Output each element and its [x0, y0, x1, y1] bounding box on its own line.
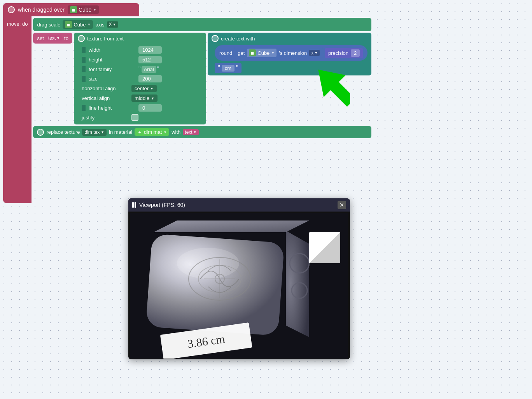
open-quote: " [138, 66, 141, 73]
h-align-chevron: ▼ [150, 87, 154, 91]
texture-from-text-label: texture from text [87, 36, 124, 42]
cm-open-quote: " [218, 65, 220, 72]
viewport-render: 3.86 cm [130, 213, 348, 359]
width-input[interactable]: 1024 [138, 46, 162, 54]
dim-tex-val: dim tex [84, 130, 100, 135]
dim-mat-badge[interactable]: + dim mat ▼ [135, 128, 169, 136]
font-family-val[interactable]: Arial [142, 66, 156, 73]
size-label: size [89, 76, 135, 82]
dim-mat-icon: + [137, 130, 142, 135]
replace-texture-label: replace texture [46, 129, 80, 135]
in-material-label: in material [109, 129, 132, 135]
viewport-content: 3.86 cm [128, 212, 350, 359]
text-var-val: text [48, 35, 56, 41]
texture-line-height-row: line height 0 [78, 103, 202, 113]
set-text-block: set text to [33, 33, 72, 44]
replace-texture-row: replace texture dim tex ▼ in material + … [33, 126, 371, 138]
create-text-label: create text with [221, 36, 255, 42]
font-family-value: " Arial " [138, 66, 159, 73]
round-label: round [219, 50, 232, 56]
do-inner: drag scale ◼ Cube ▼ axis X set text [32, 16, 373, 140]
viewport-close-button[interactable]: ✕ [338, 201, 346, 209]
event-target-dropdown-icon: ▼ [93, 8, 96, 12]
texture-height-row: height 512 [78, 55, 202, 65]
v-align-label: vertical align [82, 95, 128, 101]
h-align-dropdown[interactable]: center ▼ [131, 85, 157, 92]
do-container: move: do drag scale ◼ Cube ▼ axis X [3, 16, 373, 203]
pause-bar-2 [135, 202, 136, 208]
get-cube-badge[interactable]: ◼ Cube ▼ [247, 49, 276, 57]
nub-height [82, 57, 86, 63]
precision-block: precision 2 [325, 48, 363, 58]
axis-value: X [109, 22, 112, 27]
texture-width-row: width 1024 [78, 45, 202, 55]
move-do-label: move: do [7, 21, 28, 27]
drag-scale-target: Cube [74, 22, 86, 28]
line-height-input[interactable]: 0 [138, 104, 162, 112]
precision-label: precision [328, 50, 348, 56]
justify-label: justify [82, 115, 128, 121]
gear-icon [8, 6, 15, 13]
dimension-axis-badge[interactable]: x [309, 50, 320, 56]
viewport-titlebar: Viewport (FPS: 60) ✕ [128, 198, 350, 212]
h-align-val: center [135, 86, 149, 91]
blocks-canvas: when dragged over ◼ Cube ▼ move: do drag… [3, 3, 373, 203]
nub-lineheight [82, 105, 86, 111]
drag-scale-cube-badge[interactable]: ◼ Cube ▼ [63, 20, 93, 29]
replace-text-var-badge[interactable]: text [183, 129, 198, 135]
texture-h-align-row: horizontal align center ▼ [78, 84, 202, 93]
svg-point-5 [177, 248, 239, 279]
do-label: move: do [3, 16, 32, 203]
v-align-chevron: ▼ [151, 96, 154, 100]
nub-size [82, 76, 86, 82]
axis-badge[interactable]: X [107, 21, 118, 28]
create-text-header: create text with [212, 35, 368, 42]
cube-sprite-icon3: ◼ [249, 49, 256, 56]
line-height-label: line height [89, 105, 135, 111]
close-quote: " [157, 66, 159, 73]
texture-font-family-row: font family " Arial " [78, 65, 202, 74]
event-label: when dragged over [18, 7, 65, 13]
event-block: when dragged over ◼ Cube ▼ [3, 3, 139, 16]
cm-row: " cm " [212, 63, 368, 73]
height-input[interactable]: 512 [138, 56, 162, 63]
svg-marker-3 [286, 231, 309, 337]
viewport-title: Viewport (FPS: 60) [139, 202, 185, 208]
get-cube-label: Cube [257, 50, 270, 56]
v-align-dropdown[interactable]: middle ▼ [131, 94, 158, 102]
get-label: get [238, 50, 245, 56]
texture-header: texture from text [78, 35, 202, 42]
to-label: to [64, 35, 68, 41]
texture-from-text-block: texture from text width 1024 height 512 [74, 33, 206, 124]
cm-close-quote: " [236, 65, 238, 72]
pause-bar-1 [132, 202, 134, 208]
size-input[interactable]: 200 [138, 75, 162, 82]
create-text-block: create text with round get ◼ Cube [208, 33, 371, 75]
dimension-axis-val: x [311, 50, 313, 56]
pause-icon[interactable] [132, 202, 136, 208]
cm-val[interactable]: cm [222, 65, 234, 72]
v-align-val: middle [135, 95, 149, 101]
drag-scale-target-dropdown: ▼ [88, 23, 91, 26]
get-block: get ◼ Cube ▼ 's dimension x [234, 47, 323, 59]
dim-mat-val: dim mat [144, 129, 162, 135]
create-text-gear-icon [212, 35, 219, 42]
nub-width [82, 47, 86, 53]
precision-val[interactable]: 2 [351, 49, 360, 57]
with-label: with [172, 129, 180, 135]
svg-marker-4 [154, 220, 309, 232]
viewport-window: Viewport (FPS: 60) ✕ [128, 198, 350, 359]
event-target-badge[interactable]: ◼ Cube ▼ [68, 5, 99, 14]
texture-gear-icon [78, 35, 85, 42]
event-target-label: Cube [79, 7, 91, 13]
round-row: round get ◼ Cube ▼ 's dimension [212, 45, 368, 61]
justify-toggle[interactable] [131, 114, 138, 121]
titlebar-left: Viewport (FPS: 60) [132, 202, 185, 208]
texture-v-align-row: vertical align middle ▼ [78, 93, 202, 103]
font-family-label: font family [89, 66, 135, 72]
text-var-badge[interactable]: text [46, 35, 62, 41]
dim-tex-badge[interactable]: dim tex ▼ [82, 129, 107, 136]
dim-tex-dropdown: ▼ [101, 130, 104, 134]
cm-block: " cm " [215, 63, 242, 73]
replace-gear-icon [37, 129, 44, 136]
